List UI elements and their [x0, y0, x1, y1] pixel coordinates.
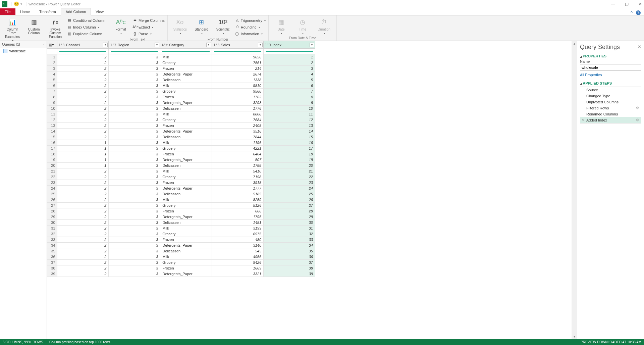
cell[interactable]: Grocery	[160, 174, 212, 180]
cell[interactable]: Delicassen	[160, 220, 212, 226]
cell[interactable]: 36	[264, 254, 315, 260]
cell[interactable]: Frozen	[160, 66, 212, 71]
table-row[interactable]: 2013Delicassen178820	[47, 163, 315, 168]
table-row[interactable]: 2123Milk541021	[47, 168, 315, 174]
cell[interactable]: 1196	[212, 140, 264, 146]
cell[interactable]: 480	[212, 237, 264, 243]
table-row[interactable]: 423Detergents_Paper26744	[47, 71, 315, 77]
cell[interactable]: 9810	[212, 83, 264, 89]
table-row[interactable]: 1223Grocery768412	[47, 117, 315, 123]
column-header-category[interactable]: AᴮcCategory▾	[160, 41, 212, 49]
collapse-ribbon-icon[interactable]: ^	[631, 10, 633, 15]
cell[interactable]: Milk	[160, 54, 212, 60]
row-number[interactable]: 34	[47, 243, 57, 248]
cell[interactable]: 3	[109, 231, 160, 237]
cell[interactable]: Detergents_Paper	[160, 100, 212, 106]
cell[interactable]: 545	[212, 248, 264, 254]
row-number[interactable]: 12	[47, 117, 57, 123]
cell[interactable]: 3	[109, 89, 160, 94]
cell[interactable]: 15	[264, 134, 315, 140]
cell[interactable]: 2	[57, 54, 109, 60]
cell[interactable]: 4	[264, 71, 315, 77]
filter-dropdown-icon[interactable]: ▾	[103, 43, 108, 47]
gear-icon[interactable]: ⚙	[636, 106, 639, 110]
cell[interactable]: Detergents_Paper	[160, 271, 212, 277]
cell[interactable]: 507	[212, 157, 264, 163]
cell[interactable]: Detergents_Paper	[160, 186, 212, 191]
row-number[interactable]: 27	[47, 203, 57, 208]
table-row[interactable]: 3923Detergents_Paper332139	[47, 271, 315, 277]
column-header-region[interactable]: 1²3Region▾	[109, 41, 160, 49]
row-number[interactable]: 15	[47, 134, 57, 140]
cell[interactable]: 3	[109, 140, 160, 146]
row-number[interactable]: 3	[47, 66, 57, 71]
extract-button[interactable]: AᴮcExtract▾	[132, 24, 165, 30]
cell[interactable]: Grocery	[160, 146, 212, 151]
cell[interactable]: 18	[264, 151, 315, 157]
cell[interactable]: 3	[109, 271, 160, 277]
row-number[interactable]: 17	[47, 146, 57, 151]
cell[interactable]: 17	[264, 146, 315, 151]
cell[interactable]: Delicassen	[160, 106, 212, 111]
cell[interactable]: 13	[264, 123, 315, 129]
row-number[interactable]: 33	[47, 237, 57, 243]
cell[interactable]: 3	[109, 71, 160, 77]
table-row[interactable]: 3023Delicassen145130	[47, 220, 315, 226]
cell[interactable]: 2	[57, 180, 109, 186]
close-button[interactable]: ✕	[639, 2, 642, 6]
cell[interactable]: Delicassen	[160, 191, 212, 197]
table-row[interactable]: 3623Milk495636	[47, 254, 315, 260]
cell[interactable]: 24	[264, 186, 315, 191]
query-name-input[interactable]	[580, 64, 641, 71]
cell[interactable]: 3	[109, 220, 160, 226]
table-row[interactable]: 3723Grocery942637	[47, 260, 315, 265]
cell[interactable]: 3	[109, 226, 160, 231]
cell[interactable]: 2	[57, 129, 109, 134]
table-row[interactable]: 723Grocery95687	[47, 89, 315, 94]
cell[interactable]: 19	[264, 157, 315, 163]
cell[interactable]: 25	[264, 191, 315, 197]
information-button[interactable]: ⓘInformation▾	[235, 31, 266, 37]
cell[interactable]: 37	[264, 260, 315, 265]
cell[interactable]: 3	[109, 134, 160, 140]
table-row[interactable]: 2723Grocery512627	[47, 203, 315, 208]
row-number[interactable]: 1	[47, 54, 57, 60]
cell[interactable]: 3	[109, 254, 160, 260]
cell[interactable]: Detergents_Paper	[160, 214, 212, 220]
cell[interactable]: Grocery	[160, 231, 212, 237]
row-number[interactable]: 2	[47, 60, 57, 66]
cell[interactable]: 3	[109, 168, 160, 174]
cell[interactable]: 666	[212, 208, 264, 214]
table-row[interactable]: 3323Frozen48033	[47, 237, 315, 243]
cell[interactable]: 3	[109, 83, 160, 89]
tab-home[interactable]: Home	[15, 8, 35, 15]
cell[interactable]: 2	[57, 60, 109, 66]
cell[interactable]: 3321	[212, 271, 264, 277]
table-row[interactable]: 2823Frozen66628	[47, 208, 315, 214]
cell[interactable]: Frozen	[160, 265, 212, 271]
cell[interactable]: Grocery	[160, 60, 212, 66]
row-number[interactable]: 11	[47, 111, 57, 117]
cell[interactable]: 3	[109, 117, 160, 123]
cell[interactable]: Grocery	[160, 260, 212, 265]
cell[interactable]: 3	[109, 191, 160, 197]
table-row[interactable]: 3823Frozen166938	[47, 265, 315, 271]
cell[interactable]: 2	[57, 168, 109, 174]
cell[interactable]: 6	[264, 83, 315, 89]
cell[interactable]: 2	[264, 60, 315, 66]
filter-dropdown-icon[interactable]: ▾	[155, 43, 159, 47]
scroll-down-icon[interactable]: ▾	[574, 335, 575, 338]
table-row[interactable]: 2923Detergents_Paper179529	[47, 214, 315, 220]
cell[interactable]: 16	[264, 140, 315, 146]
applied-step[interactable]: Added Index⚙	[580, 117, 641, 123]
cell[interactable]: 3293	[212, 100, 264, 106]
cell[interactable]: 5410	[212, 168, 264, 174]
minimize-button[interactable]: —	[611, 2, 615, 6]
cell[interactable]: 3	[109, 60, 160, 66]
cell[interactable]: 7	[264, 89, 315, 94]
column-from-examples-button[interactable]: 📊 Column From Examples▾	[3, 17, 22, 42]
cell[interactable]: 214	[212, 66, 264, 71]
table-row[interactable]: 3523Delicassen54535	[47, 248, 315, 254]
cell[interactable]: Milk	[160, 140, 212, 146]
cell[interactable]: 3	[109, 248, 160, 254]
